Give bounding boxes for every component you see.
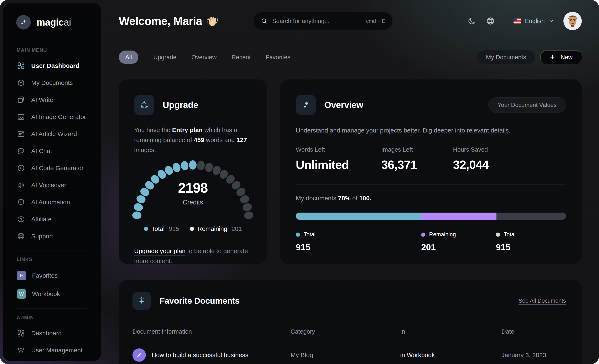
legend-total: Total915 (144, 225, 179, 232)
main-menu-label: MAIN MENU (3, 47, 101, 53)
sparkles-logo-icon (16, 15, 31, 29)
sidebar-item-label: AI Image Generator (31, 113, 86, 120)
pen-icon (132, 348, 146, 362)
chat-bubble-icon (17, 147, 25, 155)
documents-progress-label: My documents 78% of 100. (296, 195, 566, 202)
document-title: How to build a successful business (152, 352, 248, 359)
sidebar-item-label: AI Writer (31, 96, 55, 103)
sidebar-item-label: Dashboard (31, 330, 62, 337)
header-controls: English (466, 12, 582, 30)
document-category: My Blog (291, 352, 400, 359)
sidebar-item-user-management[interactable]: User Management (3, 342, 101, 359)
sidebar-item-support[interactable]: Support (3, 228, 101, 245)
sidebar-item-label: AI Code Generator (31, 165, 84, 172)
stat-hours-saved: Hours Saved 32,044 (436, 146, 497, 172)
document-values-button[interactable]: Your Document Values (488, 97, 566, 113)
sidebar-item-ai-chat[interactable]: AI Chat (3, 142, 101, 160)
upgrade-footer: Upgrade your plan to be able to generate… (134, 246, 252, 266)
admin-label: ADMIN (3, 315, 101, 320)
sidebar-item-affiliate[interactable]: Affiliate (3, 211, 101, 228)
language-label: English (525, 18, 545, 25)
see-all-documents-link[interactable]: See All Documents (519, 298, 566, 304)
filter-tabs-row: All Upgrade Overview Recent Favorites My… (119, 50, 582, 64)
document-location: in Workbook (400, 352, 502, 359)
sidebar-item-ai-code-generator[interactable]: AI Code Generator (3, 160, 101, 177)
main-area: Welcome, Maria (101, 0, 599, 364)
tab-all[interactable]: All (119, 51, 138, 64)
sidebar-item-label: User Dashboard (31, 62, 79, 69)
legend-dot-white (190, 227, 194, 231)
upgrade-plan-link[interactable]: Upgrade your plan (134, 248, 185, 254)
sidebar: magicai MAIN MENU User Dashboard My Docu… (3, 3, 101, 361)
language-selector[interactable]: English (513, 18, 554, 25)
sidebar-item-label: User Management (31, 347, 83, 354)
stats-row: Words Left Unlimited Images Left 36,371 … (296, 146, 566, 172)
sidebar-item-ai-article-wizard[interactable]: AI Article Wizard (3, 125, 101, 142)
search-input[interactable]: Search for anything... cmd + E (253, 12, 393, 30)
chevron-down-icon (548, 18, 554, 24)
search-shortcut: cmd + E (366, 18, 385, 24)
progress-legend: Total 915 Remaining 201 Total 915 (296, 231, 566, 252)
legend-remaining: Remaining201 (190, 225, 242, 232)
page-title: Welcome, Maria (119, 14, 218, 28)
header: Welcome, Maria (119, 0, 582, 42)
plus-icon (549, 54, 555, 60)
dark-mode-toggle[interactable] (466, 15, 478, 27)
legend-dot-teal (296, 232, 300, 237)
avatar[interactable] (564, 12, 582, 30)
progress-legend-total2: Total 915 (496, 231, 516, 252)
col-in: In (400, 328, 502, 335)
tab-recent[interactable]: Recent (231, 54, 251, 61)
sidebar-item-ai-image-generator[interactable]: AI Image Generator (3, 108, 101, 125)
sidebar-divider (17, 250, 87, 250)
credits-value: 2198 (134, 180, 252, 196)
my-documents-button[interactable]: My Documents (477, 50, 536, 64)
card-title: Upgrade (163, 100, 198, 110)
magic-star-icon (132, 292, 151, 310)
sidebar-item-favorites[interactable]: F Favorites (3, 266, 101, 285)
sidebar-item-label: AI Chat (31, 147, 52, 155)
sidebar-item-ai-automation[interactable]: AI Automation (3, 194, 101, 211)
favorites-badge: F (17, 271, 26, 280)
overview-divider (296, 185, 566, 185)
sidebar-item-label: Workbook (32, 290, 60, 297)
documents-table: Document Information Category In Date Ho… (132, 321, 566, 364)
cube-icon (17, 78, 25, 87)
search-icon (261, 18, 268, 25)
section-title: Favorite Documents (159, 296, 240, 306)
globe-icon[interactable] (484, 15, 497, 27)
upgrade-card: Upgrade You have the Entry plan which ha… (119, 80, 267, 264)
col-category: Category (291, 328, 400, 335)
users-icon (17, 346, 25, 355)
favorite-documents-header: Favorite Documents See All Documents (132, 292, 566, 321)
dashboard-grid-icon (17, 61, 25, 70)
terminal-icon (17, 164, 25, 172)
sidebar-item-admin-dashboard[interactable]: Dashboard (3, 325, 101, 342)
legend-dot-light (496, 232, 500, 237)
document-date: January 3, 2023 (502, 352, 566, 359)
col-document-information: Document Information (132, 328, 291, 335)
sidebar-item-workbook[interactable]: W Workbook (3, 285, 101, 303)
brand-logo[interactable]: magicai (3, 15, 101, 29)
tab-favorites[interactable]: Favorites (266, 54, 290, 61)
tab-upgrade[interactable]: Upgrade (153, 54, 176, 61)
share-nodes-icon (134, 95, 154, 115)
waving-hand-icon (206, 15, 218, 27)
col-date: Date (502, 328, 566, 335)
sidebar-item-label: Support (31, 233, 53, 240)
documents-progress-bar (296, 213, 566, 220)
sidebar-item-user-dashboard[interactable]: User Dashboard (3, 57, 101, 74)
table-row[interactable]: How to build a successful business My Bl… (132, 342, 566, 364)
tab-overview[interactable]: Overview (191, 54, 217, 61)
image-icon (17, 113, 25, 121)
sidebar-item-ai-voiceover[interactable]: AI Voiceover (3, 177, 101, 194)
credits-gauge: 2198 Credits (134, 157, 252, 223)
sidebar-item-my-documents[interactable]: My Documents (3, 74, 101, 91)
pages-icon (17, 96, 25, 104)
legend-dot-purple (421, 232, 425, 237)
links-menu: F Favorites W Workbook (3, 266, 101, 303)
header-divider (505, 15, 505, 27)
new-button[interactable]: New (540, 50, 582, 64)
table-header-row: Document Information Category In Date (132, 321, 566, 342)
sidebar-item-ai-writer[interactable]: AI Writer (3, 91, 101, 108)
